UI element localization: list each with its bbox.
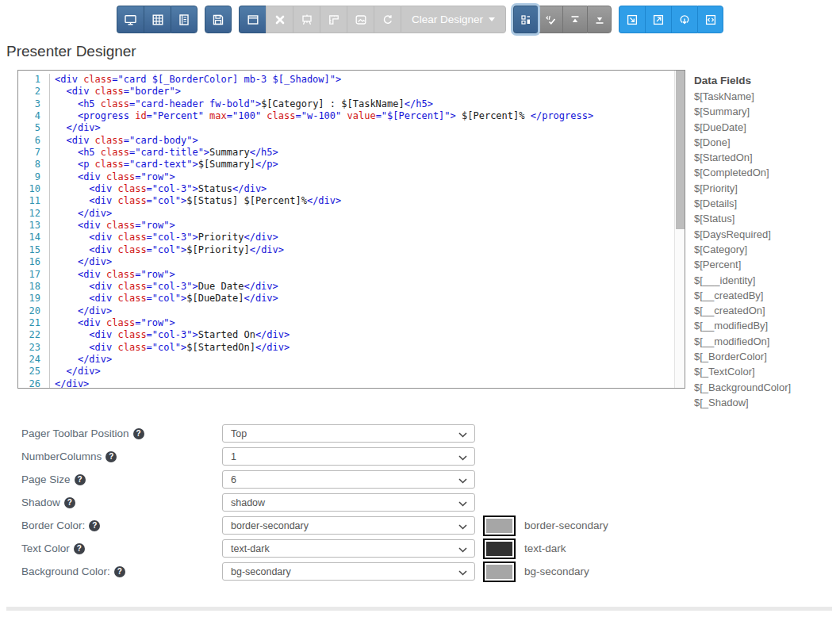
code-line: 5 </div> — [18, 122, 673, 134]
text-color-select[interactable]: text-dark — [222, 539, 475, 558]
code-check-icon — [544, 13, 557, 26]
shadow-select-value: shadow — [231, 497, 265, 508]
help-icon[interactable]: ? — [75, 474, 86, 485]
code-text: <div class="row"> — [50, 171, 175, 183]
data-field-item[interactable]: $[Status] — [694, 211, 838, 226]
background-color-select[interactable]: bg-secondary — [222, 562, 475, 581]
data-field-item[interactable]: $[Done] — [694, 135, 838, 150]
number-columns-select[interactable]: 1 — [222, 447, 475, 466]
code-line: 14 <div class="col-3">Priority</div> — [18, 232, 673, 243]
code-editor[interactable]: 1<div class="card $[_BorderColor] mb-3 $… — [17, 70, 685, 389]
line-number: 13 — [18, 220, 50, 232]
save-button[interactable] — [205, 6, 232, 33]
code-line: 6 <div class="card-body"> — [18, 135, 673, 147]
download-button[interactable] — [671, 6, 697, 33]
code-text: </div> — [50, 256, 112, 268]
data-field-item[interactable]: $[__modifiedBy] — [694, 318, 838, 333]
code-line: 18 <div class="col-3">Due Date</div> — [18, 281, 673, 293]
image-button[interactable] — [347, 6, 374, 33]
data-field-item[interactable]: $[CompletedOn] — [694, 165, 838, 180]
line-number: 25 — [18, 366, 50, 378]
line-number: 18 — [18, 281, 50, 293]
form-row-page-size: Page Size?6 — [21, 468, 608, 491]
border-color-label: Border Color: — [21, 519, 85, 531]
help-icon[interactable]: ? — [105, 451, 117, 462]
data-field-item[interactable]: $[DueDate] — [694, 120, 838, 135]
data-field-item[interactable]: $[Details] — [694, 196, 838, 211]
code-line: 15 <div class="col">$[Priority]</div> — [18, 244, 673, 256]
line-number: 7 — [18, 147, 50, 159]
editor-scrollbar[interactable] — [674, 71, 685, 388]
save-icon — [212, 13, 224, 26]
data-field-item[interactable]: $[Summary] — [694, 104, 838, 119]
page-size-select[interactable]: 6 — [222, 470, 475, 489]
image-icon — [355, 13, 367, 26]
help-icon[interactable]: ? — [74, 543, 85, 554]
validate-button[interactable] — [538, 6, 562, 33]
data-field-item[interactable]: $[StartedOn] — [694, 150, 838, 165]
code-line: 19 <div class="col">$[DueDate]</div> — [18, 293, 673, 305]
help-icon[interactable]: ? — [64, 497, 75, 508]
grid-preview-button[interactable] — [144, 6, 171, 33]
desktop-preview-button[interactable] — [117, 6, 144, 33]
toolbar: Clear Designer — [117, 6, 723, 33]
help-icon[interactable]: ? — [114, 566, 125, 577]
refresh-button[interactable] — [374, 6, 401, 33]
pager-toolbar-position-select[interactable]: Top — [222, 424, 475, 443]
code-line: 4 <progress id="Percent" max="100" class… — [18, 110, 673, 122]
help-icon[interactable]: ? — [89, 520, 100, 531]
designer-layout-button[interactable] — [513, 6, 538, 33]
code-text: <div class="col">$[Priority]</div> — [50, 244, 284, 256]
collapse-bottom-button[interactable] — [587, 6, 612, 33]
list-preview-button[interactable] — [171, 6, 198, 33]
view-source-button[interactable] — [697, 6, 723, 33]
data-field-item[interactable]: $[__createdOn] — [694, 303, 838, 318]
shadow-select[interactable]: shadow — [222, 493, 475, 512]
code-text: <div class="card $[_BorderColor] mb-3 $[… — [50, 74, 341, 86]
data-field-item[interactable]: $[DaysRequired] — [694, 227, 838, 242]
data-field-item[interactable]: $[TaskName] — [694, 89, 838, 104]
data-field-item[interactable]: $[Priority] — [694, 181, 838, 196]
code-editor-text[interactable]: 1<div class="card $[_BorderColor] mb-3 $… — [18, 74, 673, 388]
data-field-item[interactable]: $[__modifiedOn] — [694, 334, 838, 349]
editor-scrollbar-thumb[interactable] — [676, 71, 685, 229]
line-number: 26 — [18, 378, 50, 388]
data-field-item[interactable]: $[_BackgroundColor] — [694, 380, 838, 395]
data-field-item[interactable]: $[_BorderColor] — [694, 349, 838, 364]
data-fields-list: $[TaskName]$[Summary]$[DueDate]$[Done]$[… — [694, 89, 838, 410]
open-external-button[interactable] — [645, 6, 671, 33]
help-icon[interactable]: ? — [133, 428, 144, 439]
line-number: 9 — [18, 171, 50, 183]
presenter-designer-page: Clear Designer Presenter Designer 1<div … — [0, 0, 840, 621]
view-group — [117, 6, 198, 33]
code-text: <div class="row"> — [50, 317, 175, 329]
data-field-item[interactable]: $[Category] — [694, 242, 838, 257]
ruler-button[interactable] — [320, 6, 347, 33]
data-field-item[interactable]: $[_Shadow] — [694, 395, 838, 410]
code-line: 7 <h5 class="card-title">Summary</h5> — [18, 147, 673, 159]
collapse-top-button[interactable] — [562, 6, 587, 33]
code-line: 10 <div class="col-3">Status</div> — [18, 183, 673, 195]
code-line: 21 <div class="row"> — [18, 317, 673, 329]
data-field-item[interactable]: $[___identity] — [694, 273, 838, 288]
shrink-window-button[interactable] — [619, 6, 645, 33]
number-columns-label: NumberColumns — [21, 450, 102, 462]
code-text: <div class="row"> — [50, 220, 175, 232]
data-field-item[interactable]: $[_TextColor] — [694, 364, 838, 379]
form-row-background-color: Background Color:?bg-secondarybg-seconda… — [21, 560, 608, 583]
clear-designer-button[interactable]: Clear Designer — [401, 6, 506, 33]
number-columns-label-cell: NumberColumns? — [21, 450, 222, 462]
code-box-icon — [704, 13, 717, 26]
code-text: <div class="card-body"> — [50, 135, 198, 147]
code-text: </div> — [50, 378, 89, 388]
delete-button[interactable] — [266, 6, 293, 33]
easel-button[interactable] — [293, 6, 320, 33]
code-line: 17 <div class="row"> — [18, 269, 673, 281]
window-preview-button[interactable] — [239, 6, 266, 33]
cross-icon — [274, 13, 286, 26]
page-size-select-value: 6 — [231, 474, 236, 485]
border-color-select[interactable]: border-secondary — [222, 516, 475, 535]
data-field-item[interactable]: $[Percent] — [694, 257, 838, 272]
code-line: 13 <div class="row"> — [18, 220, 673, 232]
data-field-item[interactable]: $[__createdBy] — [694, 288, 838, 303]
